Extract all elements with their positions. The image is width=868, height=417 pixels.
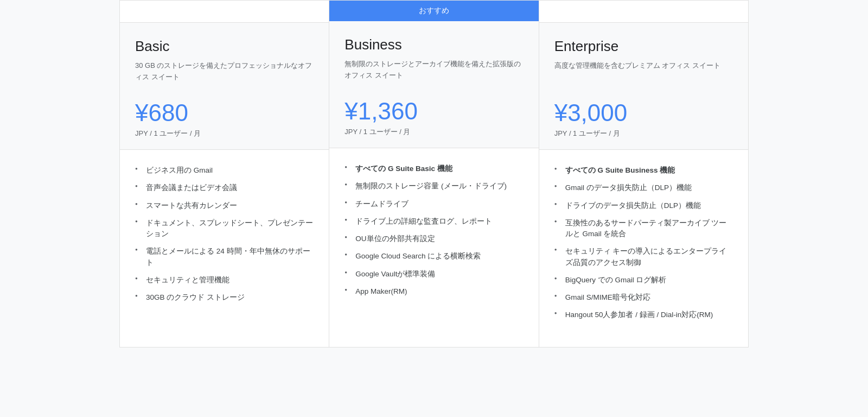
basic-header: Basic 30 GB のストレージを備えたプロフェッショナルなオフィス スイー… bbox=[120, 22, 329, 150]
list-item: Google Vaultが標準装備 bbox=[344, 269, 523, 280]
business-header: Business 無制限のストレージとアーカイブ機能を備えた拡張版のオフィス ス… bbox=[329, 21, 538, 148]
list-item: ドライブのデータ損失防止（DLP）機能 bbox=[554, 200, 733, 211]
basic-plan-description: 30 GB のストレージを備えたプロフェッショナルなオフィス スイート bbox=[135, 60, 314, 89]
list-item: BigQuery での Gmail ログ解析 bbox=[554, 275, 733, 286]
list-item: 音声会議またはビデオ会議 bbox=[135, 182, 314, 193]
enterprise-feature-list: すべての G Suite Business 機能 Gmail のデータ損失防止（… bbox=[554, 165, 733, 321]
list-item: OU単位の外部共有設定 bbox=[344, 233, 523, 244]
basic-plan-price: ¥680 bbox=[135, 99, 314, 127]
list-item: すべての G Suite Basic 機能 bbox=[344, 163, 523, 174]
enterprise-header: Enterprise 高度な管理機能を含むプレミアム オフィス スイート ¥3,… bbox=[539, 22, 748, 150]
basic-feature-list: ビジネス用の Gmail 音声会議またはビデオ会議 スマートな共有カレンダー ド… bbox=[135, 165, 314, 303]
plan-business: おすすめ Business 無制限のストレージとアーカイブ機能を備えた拡張版のオ… bbox=[329, 1, 539, 347]
list-item: Hangout 50人参加者 / 録画 / Dial-in対応(RM) bbox=[554, 309, 733, 320]
list-item: ドライブ上の詳細な監査ログ、レポート bbox=[344, 216, 523, 227]
basic-plan-name: Basic bbox=[135, 38, 314, 55]
list-item: スマートな共有カレンダー bbox=[135, 200, 314, 211]
list-item: App Maker(RM) bbox=[344, 286, 523, 297]
list-item: ビジネス用の Gmail bbox=[135, 165, 314, 176]
enterprise-plan-description: 高度な管理機能を含むプレミアム オフィス スイート bbox=[554, 60, 733, 89]
business-plan-description: 無制限のストレージとアーカイブ機能を備えた拡張版のオフィス スイート bbox=[344, 59, 523, 87]
business-features: すべての G Suite Basic 機能 無制限のストレージ容量 (メール・ド… bbox=[329, 148, 538, 323]
list-item: 電話とメールによる 24 時間・年中無休のサポート bbox=[135, 246, 314, 268]
business-plan-price-unit: JPY / 1 ユーザー / 月 bbox=[344, 127, 523, 137]
list-item: セキュリティ キーの導入によるエンタープライズ品質のアクセス制御 bbox=[554, 246, 733, 268]
enterprise-no-badge bbox=[539, 1, 748, 22]
basic-no-badge bbox=[120, 1, 329, 22]
basic-features: ビジネス用の Gmail 音声会議またはビデオ会議 スマートな共有カレンダー ド… bbox=[120, 150, 329, 329]
recommended-badge: おすすめ bbox=[329, 1, 538, 21]
plan-basic: Basic 30 GB のストレージを備えたプロフェッショナルなオフィス スイー… bbox=[120, 1, 329, 347]
enterprise-plan-price-unit: JPY / 1 ユーザー / 月 bbox=[554, 129, 733, 138]
list-item: 互換性のあるサードパーティ製アーカイブ ツールと Gmail を統合 bbox=[554, 218, 733, 240]
enterprise-features: すべての G Suite Business 機能 Gmail のデータ損失防止（… bbox=[539, 150, 748, 347]
list-item: Google Cloud Search による横断検索 bbox=[344, 251, 523, 262]
list-item: 30GB のクラウド ストレージ bbox=[135, 292, 314, 303]
basic-plan-price-unit: JPY / 1 ユーザー / 月 bbox=[135, 129, 314, 138]
list-item: ドキュメント、スプレッドシート、プレゼンテーション bbox=[135, 218, 314, 240]
plan-enterprise: Enterprise 高度な管理機能を含むプレミアム オフィス スイート ¥3,… bbox=[539, 1, 748, 347]
list-item: Gmail S/MIME暗号化対応 bbox=[554, 292, 733, 303]
enterprise-plan-price: ¥3,000 bbox=[554, 99, 733, 127]
business-plan-name: Business bbox=[344, 36, 523, 53]
list-item: チームドライブ bbox=[344, 199, 523, 210]
business-plan-price: ¥1,360 bbox=[344, 98, 523, 125]
list-item: 無制限のストレージ容量 (メール・ドライブ) bbox=[344, 181, 523, 192]
list-item: Gmail のデータ損失防止（DLP）機能 bbox=[554, 182, 733, 193]
plans-container: Basic 30 GB のストレージを備えたプロフェッショナルなオフィス スイー… bbox=[119, 0, 749, 348]
feature-bold-text: すべての G Suite Business 機能 bbox=[565, 166, 675, 174]
list-item: すべての G Suite Business 機能 bbox=[554, 165, 733, 176]
enterprise-plan-name: Enterprise bbox=[554, 38, 733, 55]
feature-bold-text: すべての G Suite Basic 機能 bbox=[355, 165, 452, 173]
pricing-wrapper: Basic 30 GB のストレージを備えたプロフェッショナルなオフィス スイー… bbox=[108, 0, 760, 348]
list-item: セキュリティと管理機能 bbox=[135, 275, 314, 286]
business-feature-list: すべての G Suite Basic 機能 無制限のストレージ容量 (メール・ド… bbox=[344, 163, 523, 297]
